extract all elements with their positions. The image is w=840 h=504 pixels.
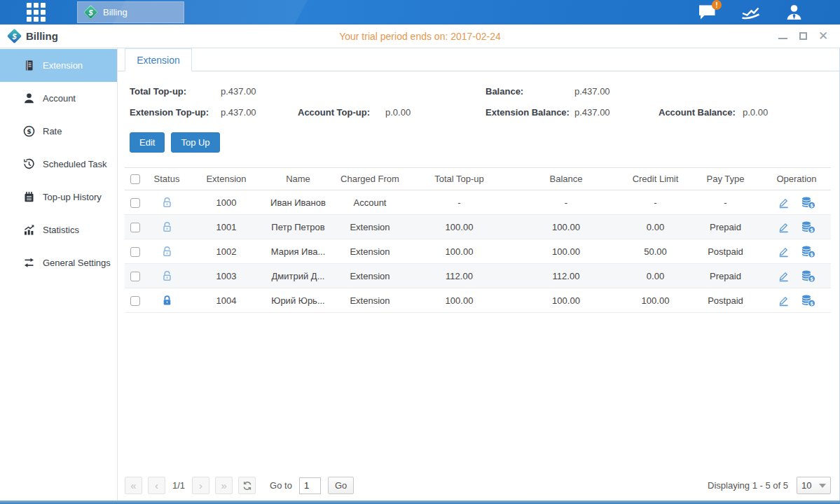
go-button[interactable]: Go xyxy=(328,477,354,494)
scheduled-task-icon xyxy=(23,158,35,170)
billing-summary: Total Top-up: p.437.00 Balance: p.437.00… xyxy=(118,71,840,122)
cell-extension: 1003 xyxy=(188,264,265,288)
column-header-operation: Operation xyxy=(762,168,831,190)
minimize-button[interactable] xyxy=(777,31,788,42)
notifications-icon[interactable]: ! xyxy=(698,4,717,20)
cell-name: Мария Ива... xyxy=(265,239,331,264)
sidebar-item-account[interactable]: Account xyxy=(0,82,117,115)
top-up-row-icon[interactable]: $ xyxy=(801,270,815,282)
operation-cell: $ xyxy=(762,197,831,209)
user-account-icon[interactable] xyxy=(785,4,804,21)
refresh-icon[interactable] xyxy=(238,477,256,494)
close-button[interactable]: ✕ xyxy=(818,31,829,42)
edit-button[interactable]: Edit xyxy=(130,132,165,153)
row-checkbox[interactable] xyxy=(130,247,140,257)
sidebar: ExtensionAccount$RateScheduled TaskTop-u… xyxy=(0,48,118,500)
top-up-row-icon[interactable]: $ xyxy=(801,197,815,209)
table-actions: Edit Top Up xyxy=(118,122,840,153)
top-up-row-icon[interactable]: $ xyxy=(801,246,815,258)
operation-cell: $ xyxy=(762,295,831,307)
edit-row-icon[interactable] xyxy=(778,197,790,209)
row-checkbox[interactable] xyxy=(130,296,140,306)
sidebar-item-rate[interactable]: $Rate xyxy=(0,115,117,148)
cell-credit-limit: 100.00 xyxy=(622,288,689,313)
top-up-row-icon[interactable]: $ xyxy=(801,295,815,307)
status-unlocked-icon[interactable] xyxy=(161,220,173,234)
cell-total-topup: 100.00 xyxy=(408,288,510,313)
sidebar-item-label: General Settings xyxy=(43,258,111,268)
column-header-pay-type: Pay Type xyxy=(689,168,762,190)
next-page-button[interactable]: › xyxy=(192,477,209,494)
summary-value: p.0.00 xyxy=(385,107,486,118)
first-page-button[interactable]: « xyxy=(125,477,142,494)
edit-row-icon[interactable] xyxy=(778,295,790,307)
cell-name: Дмитрий Д... xyxy=(265,264,331,288)
billing-app-window: $ Billing ! $ Billing Your trial period … xyxy=(0,0,840,504)
last-page-button[interactable]: » xyxy=(215,477,233,494)
edit-row-icon[interactable] xyxy=(778,246,790,258)
cell-pay-type: Prepaid xyxy=(689,215,762,239)
goto-page-input[interactable] xyxy=(299,477,321,494)
top-up-button[interactable]: Top Up xyxy=(171,132,219,153)
summary-label: Account Top-up: xyxy=(298,107,385,118)
cell-balance: 100.00 xyxy=(510,215,622,239)
status-unlocked-icon[interactable] xyxy=(161,270,173,283)
page-size-select[interactable]: 10 xyxy=(797,477,831,494)
reports-chart-icon[interactable] xyxy=(741,4,761,21)
cell-extension: 1002 xyxy=(188,239,265,264)
trial-notice: Your trial period ends on: 2017-02-24 xyxy=(0,31,840,42)
select-all-checkbox[interactable] xyxy=(130,174,140,184)
row-checkbox[interactable] xyxy=(130,272,140,281)
status-unlocked-icon[interactable] xyxy=(161,245,173,258)
row-checkbox[interactable] xyxy=(130,198,140,208)
cell-name: Петр Петров xyxy=(265,215,331,239)
table-row: 1000Иван ИвановAccount----$ xyxy=(125,190,831,215)
edit-row-icon[interactable] xyxy=(778,221,790,233)
cell-pay-type: - xyxy=(689,190,762,215)
system-topbar: $ Billing ! xyxy=(0,0,840,24)
chevron-down-icon xyxy=(819,484,826,488)
operation-cell: $ xyxy=(762,246,831,258)
cell-total-topup: 100.00 xyxy=(408,239,510,264)
svg-text:$: $ xyxy=(810,202,813,208)
edit-row-icon[interactable] xyxy=(778,270,790,282)
column-header-charged-from: Charged From xyxy=(331,168,408,190)
cell-charged-from: Extension xyxy=(331,264,408,288)
app-grid-icon[interactable] xyxy=(25,2,46,23)
cell-extension: 1000 xyxy=(188,190,265,215)
billing-window-icon: $ xyxy=(7,29,22,43)
sidebar-item-label: Top-up History xyxy=(43,192,102,202)
sidebar-item-scheduled-task[interactable]: Scheduled Task xyxy=(0,148,117,181)
tab-extension[interactable]: Extension xyxy=(125,48,192,71)
status-unlocked-icon[interactable] xyxy=(161,196,173,209)
main-content: Extension Total Top-up: p.437.00 Balance… xyxy=(118,48,840,500)
cell-charged-from: Extension xyxy=(331,239,408,264)
cell-extension: 1001 xyxy=(188,215,265,239)
cell-charged-from: Account xyxy=(331,190,408,215)
cell-balance: 100.00 xyxy=(510,239,622,264)
svg-text:$: $ xyxy=(810,276,813,281)
row-checkbox[interactable] xyxy=(130,223,140,232)
window-bottom-edge xyxy=(0,500,840,504)
extensions-table: StatusExtensionNameCharged FromTotal Top… xyxy=(125,167,831,313)
summary-value: p.437.00 xyxy=(574,86,659,97)
prev-page-button[interactable]: ‹ xyxy=(148,477,165,494)
sidebar-item-extension[interactable]: Extension xyxy=(0,49,117,82)
cell-total-topup: - xyxy=(408,190,510,215)
rate-icon: $ xyxy=(23,125,35,137)
window-titlebar: $ Billing Your trial period ends on: 201… xyxy=(0,24,840,48)
sidebar-item-general-settings[interactable]: General Settings xyxy=(0,246,117,279)
top-up-row-icon[interactable]: $ xyxy=(801,221,815,233)
sidebar-item-top-up-history[interactable]: Top-up History xyxy=(0,181,117,214)
general-settings-icon xyxy=(23,257,35,269)
sidebar-item-label: Scheduled Task xyxy=(43,159,107,169)
summary-value: p.0.00 xyxy=(743,107,768,118)
sidebar-item-statistics[interactable]: Statistics xyxy=(0,214,117,246)
maximize-button[interactable] xyxy=(797,31,808,42)
taskbar-tab-billing[interactable]: $ Billing xyxy=(77,1,184,23)
pagination-bar: « ‹ 1/1 › » Go to Go Displaying 1 - 5 of… xyxy=(118,477,840,494)
operation-cell: $ xyxy=(762,221,831,233)
cell-pay-type: Postpaid xyxy=(689,239,762,264)
cell-name: Юрий Юрь... xyxy=(265,288,331,313)
status-locked-icon[interactable] xyxy=(161,294,173,307)
